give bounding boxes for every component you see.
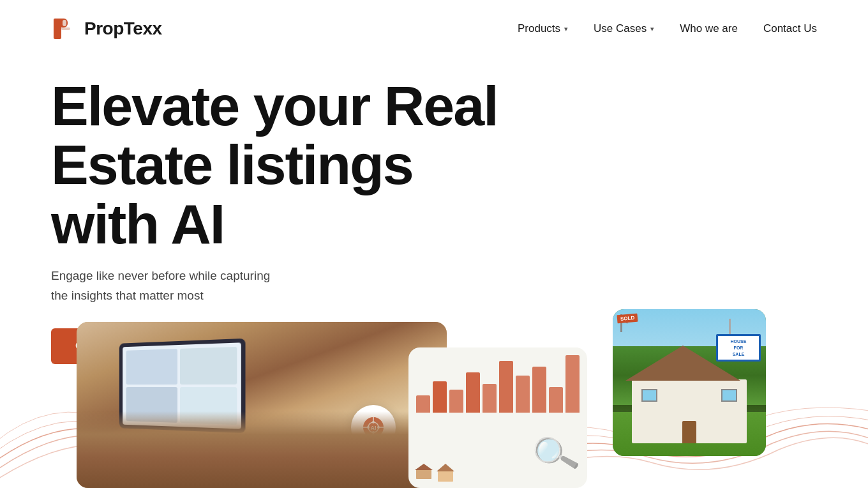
nav-contact[interactable]: Contact Us [763, 22, 817, 35]
svg-rect-3 [63, 20, 66, 26]
nav-use-cases[interactable]: Use Cases ▾ [594, 22, 654, 35]
charts-image: 🔍 [408, 347, 587, 488]
chevron-down-icon: ▾ [564, 25, 568, 33]
nav-links: Products ▾ Use Cases ▾ Who we are Contac… [518, 22, 817, 35]
brand-name: PropTexx [84, 19, 162, 39]
bottom-images: AI 🔍 [0, 290, 868, 488]
navbar: PropTexx Products ▾ Use Cases ▾ Who we a… [0, 0, 868, 57]
house-image: SOLD HOUSEFORSALE [613, 309, 766, 456]
svg-rect-2 [61, 27, 70, 30]
logo[interactable]: PropTexx [51, 15, 162, 43]
hero-headline: Elevate your Real Estate listings with A… [51, 77, 530, 254]
chevron-down-icon: ▾ [650, 25, 654, 33]
couple-image: AI [77, 322, 447, 488]
nav-who-we-are[interactable]: Who we are [680, 22, 738, 35]
logo-icon [51, 15, 79, 43]
nav-products[interactable]: Products ▾ [518, 22, 568, 35]
